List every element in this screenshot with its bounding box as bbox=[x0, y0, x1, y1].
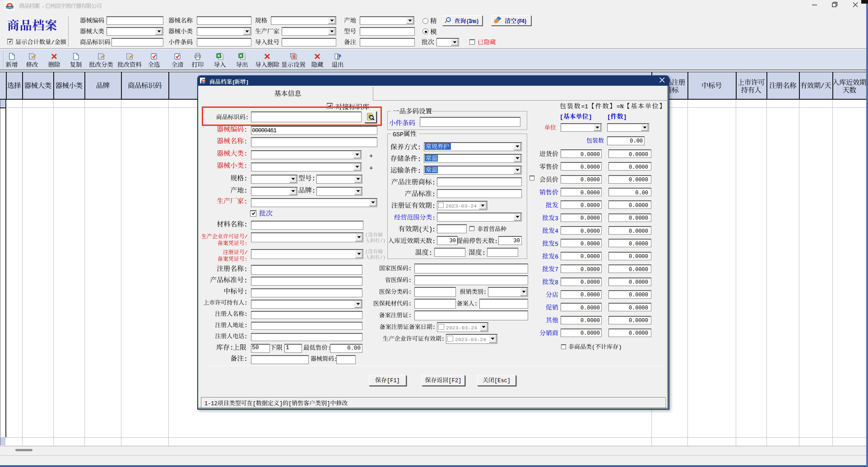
svg-text:-: - bbox=[41, 4, 44, 9]
svg-text:/: / bbox=[51, 40, 54, 46]
